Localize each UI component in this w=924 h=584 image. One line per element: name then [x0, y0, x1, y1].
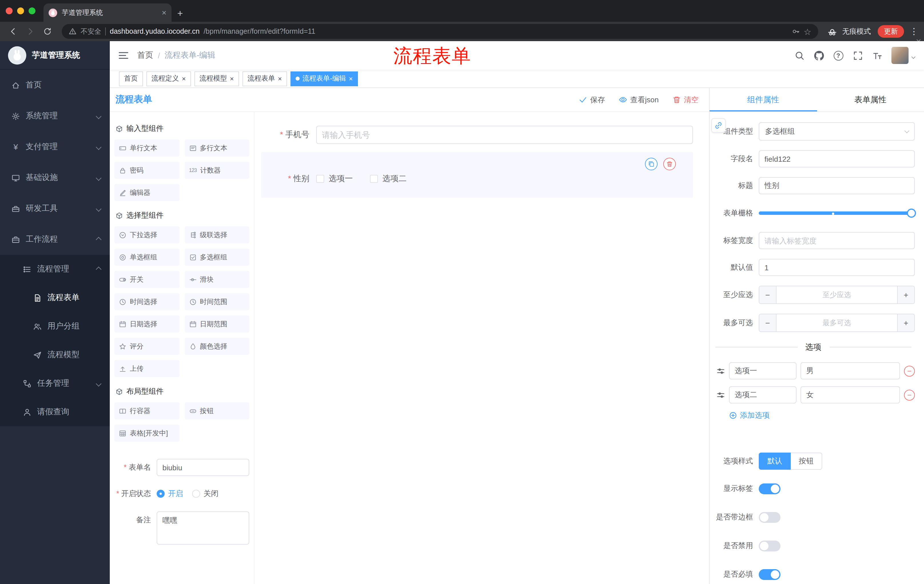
close-icon[interactable]: ×: [182, 75, 186, 82]
tab-component-props[interactable]: 组件属性: [710, 88, 817, 112]
palette-item-date-range[interactable]: 日期范围: [185, 316, 249, 332]
palette-item-color-picker[interactable]: 颜色选择: [185, 338, 249, 355]
help-icon[interactable]: ?: [830, 47, 847, 64]
palette-item-single-line-text[interactable]: 单行文本: [114, 140, 179, 156]
palette-item-multi-line-text[interactable]: 多行文本: [185, 140, 249, 156]
gender-option2-checkbox[interactable]: [370, 175, 378, 183]
label-width-input[interactable]: [759, 232, 915, 249]
update-button[interactable]: 更新: [878, 25, 904, 38]
search-icon[interactable]: [791, 47, 808, 64]
drag-handle-icon[interactable]: [716, 391, 725, 399]
password-key-icon[interactable]: [792, 28, 800, 35]
fullscreen-icon[interactable]: [849, 47, 866, 64]
gender-option1-checkbox[interactable]: [316, 175, 324, 183]
status-on-radio[interactable]: [157, 490, 165, 498]
form-grid-slider[interactable]: [759, 204, 915, 222]
disabled-switch[interactable]: [759, 540, 780, 551]
window-close-button[interactable]: [6, 7, 13, 14]
slider-handle[interactable]: [907, 209, 916, 218]
address-bar[interactable]: 不安全 dashboard.yudao.iocoder.cn/bpm/manag…: [62, 24, 818, 39]
palette-item-time-picker[interactable]: 时间选择: [114, 293, 179, 310]
remove-option-button[interactable]: −: [904, 390, 915, 400]
component-type-select[interactable]: 多选框组: [759, 122, 915, 141]
status-off-radio[interactable]: [192, 490, 200, 498]
remove-option-button[interactable]: −: [904, 365, 915, 376]
tab-close-icon[interactable]: ×: [162, 8, 167, 16]
palette-item-select[interactable]: 下拉选择: [114, 226, 179, 243]
sidebar-item-system[interactable]: 系统管理: [0, 100, 110, 132]
palette-item-table[interactable]: 表格[开发中]: [114, 424, 179, 442]
increase-button[interactable]: +: [897, 314, 914, 331]
remark-textarea[interactable]: 嘿嘿: [157, 512, 249, 545]
palette-item-rate[interactable]: 评分: [114, 338, 179, 355]
link-icon[interactable]: [711, 118, 726, 133]
option2-value-input[interactable]: [800, 386, 900, 403]
breadcrumb-home[interactable]: 首页: [137, 50, 153, 61]
palette-item-switch[interactable]: 开关: [114, 271, 179, 288]
form-canvas[interactable]: 手机号 性别 选项一: [254, 112, 709, 584]
back-button[interactable]: [6, 24, 21, 39]
style-button-button[interactable]: 按钮: [791, 452, 822, 470]
github-icon[interactable]: [810, 47, 827, 64]
palette-item-slider[interactable]: 滑块: [185, 271, 249, 288]
required-switch[interactable]: [759, 569, 780, 580]
palette-item-row-container[interactable]: 行容器: [114, 402, 179, 419]
view-json-button[interactable]: 查看json: [619, 95, 659, 105]
style-default-button[interactable]: 默认: [759, 452, 791, 470]
delete-component-button[interactable]: [663, 158, 676, 170]
hamburger-icon[interactable]: [118, 50, 129, 61]
tag-process-model[interactable]: 流程模型×: [195, 71, 239, 86]
palette-item-radio-group[interactable]: 单选框组: [114, 248, 179, 266]
palette-item-cascader[interactable]: 级联选择: [185, 226, 249, 243]
increase-button[interactable]: +: [897, 286, 914, 303]
sidebar-item-infrastructure[interactable]: 基础设施: [0, 162, 110, 193]
palette-item-date-picker[interactable]: 日期选择: [114, 316, 179, 332]
palette-item-checkbox-group[interactable]: 多选框组: [185, 248, 249, 266]
font-size-icon[interactable]: [868, 47, 886, 64]
bookmark-star-icon[interactable]: ☆: [804, 27, 811, 36]
palette-item-password[interactable]: 密码: [114, 162, 179, 179]
copy-component-button[interactable]: [645, 158, 658, 170]
show-label-switch[interactable]: [759, 483, 780, 494]
sidebar-item-workflow[interactable]: 工作流程: [0, 224, 110, 255]
sidebar-item-home[interactable]: 首页: [0, 70, 110, 100]
gender-form-item-selected[interactable]: 性别 选项一 选项二: [261, 152, 693, 198]
sidebar-item-dev-tools[interactable]: 研发工具: [0, 193, 110, 224]
field-name-input[interactable]: [759, 150, 915, 168]
title-input[interactable]: [759, 177, 915, 194]
sidebar-item-leave-query[interactable]: 请假查询: [0, 398, 110, 426]
form-name-input[interactable]: [157, 459, 249, 476]
option2-label-input[interactable]: [729, 386, 797, 403]
close-icon[interactable]: ×: [230, 75, 234, 82]
palette-item-editor[interactable]: 编辑器: [114, 184, 179, 201]
drag-handle-icon[interactable]: [716, 367, 725, 375]
tag-process-form-edit[interactable]: 流程表单-编辑×: [290, 71, 358, 86]
palette-item-upload[interactable]: 上传: [114, 360, 179, 377]
sidebar-item-process-model[interactable]: 流程模型: [0, 341, 110, 369]
user-avatar[interactable]: [891, 47, 909, 64]
save-button[interactable]: 保存: [579, 95, 605, 105]
phone-form-item[interactable]: 手机号: [261, 126, 693, 144]
clear-button[interactable]: 清空: [672, 95, 699, 105]
browser-tab[interactable]: 芋道管理系统 ×: [43, 3, 172, 22]
decrease-button[interactable]: −: [759, 314, 777, 331]
default-value-input[interactable]: [759, 259, 915, 276]
avatar-caret-icon[interactable]: [912, 50, 915, 61]
window-minimize-button[interactable]: [17, 7, 24, 14]
palette-item-counter[interactable]: 123计数器: [185, 162, 249, 179]
palette-item-button[interactable]: 按钮: [185, 402, 249, 419]
max-select-input[interactable]: [777, 314, 897, 331]
sidebar-item-process-management[interactable]: 流程管理: [0, 255, 110, 283]
phone-input[interactable]: [316, 126, 693, 144]
reload-button[interactable]: [40, 24, 55, 39]
tag-process-form[interactable]: 流程表单×: [243, 71, 287, 86]
new-tab-button[interactable]: +: [177, 8, 183, 18]
add-option-button[interactable]: 添加选项: [729, 410, 915, 421]
sidebar-item-payment[interactable]: ¥ 支付管理: [0, 132, 110, 162]
palette-item-time-range[interactable]: 时间范围: [185, 293, 249, 310]
tag-home[interactable]: 首页: [119, 71, 143, 86]
sidebar-item-user-group[interactable]: 用户分组: [0, 312, 110, 341]
sidebar-item-process-form[interactable]: 流程表单: [0, 283, 110, 312]
sidebar-item-task-management[interactable]: 任务管理: [0, 369, 110, 398]
forward-button[interactable]: [23, 24, 38, 39]
